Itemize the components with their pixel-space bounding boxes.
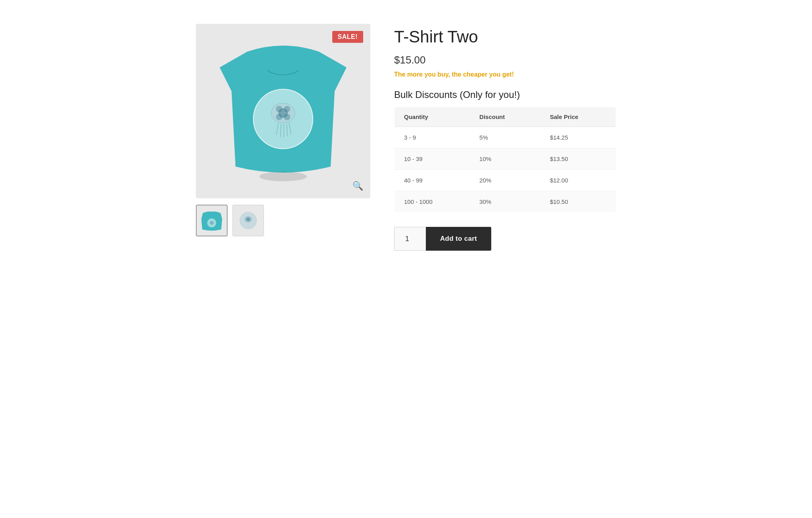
zoom-icon[interactable]: 🔍 [352, 181, 363, 191]
table-cell-sale_price: $12.00 [540, 170, 616, 191]
svg-point-14 [276, 114, 282, 120]
thumbnail-1[interactable] [196, 205, 228, 236]
thumbnail-list [196, 205, 370, 236]
table-cell-quantity: 3 - 9 [395, 127, 470, 148]
quantity-input[interactable] [394, 227, 426, 251]
table-row: 10 - 3910%$13.50 [395, 148, 616, 170]
thumbnail-2[interactable] [232, 205, 264, 236]
add-to-cart-row: Add to cart [394, 227, 616, 251]
table-row: 100 - 100030%$10.50 [395, 191, 616, 213]
sale-badge: SALE! [332, 31, 364, 43]
discount-table: Quantity Discount Sale Price 3 - 95%$14.… [394, 107, 616, 213]
bulk-discounts-title: Bulk Discounts (Only for you!) [394, 89, 616, 100]
table-cell-discount: 5% [470, 127, 540, 148]
tshirt-image [220, 36, 347, 186]
promo-text: The more you buy, the cheaper you get! [394, 71, 616, 78]
col-header-discount: Discount [470, 107, 540, 127]
add-to-cart-button[interactable]: Add to cart [426, 227, 491, 251]
product-info: T-Shirt Two $15.00 The more you buy, the… [394, 24, 616, 251]
table-row: 3 - 95%$14.25 [395, 127, 616, 148]
table-cell-quantity: 40 - 99 [395, 170, 470, 191]
table-cell-sale_price: $10.50 [540, 191, 616, 213]
product-price: $15.00 [394, 54, 616, 66]
main-image: SALE! 🔍 [196, 24, 370, 198]
table-row: 40 - 9920%$12.00 [395, 170, 616, 191]
col-header-quantity: Quantity [395, 107, 470, 127]
table-cell-discount: 10% [470, 148, 540, 170]
table-cell-sale_price: $13.50 [540, 148, 616, 170]
svg-point-18 [210, 221, 214, 225]
table-cell-quantity: 10 - 39 [395, 148, 470, 170]
svg-point-21 [247, 218, 250, 221]
svg-point-12 [276, 106, 282, 112]
col-header-sale-price: Sale Price [540, 107, 616, 127]
table-cell-quantity: 100 - 1000 [395, 191, 470, 213]
product-title: T-Shirt Two [394, 28, 616, 46]
svg-point-15 [284, 114, 290, 120]
svg-point-16 [259, 172, 307, 181]
table-cell-discount: 20% [470, 170, 540, 191]
svg-point-13 [284, 106, 290, 112]
table-cell-sale_price: $14.25 [540, 127, 616, 148]
product-gallery: SALE! 🔍 [196, 24, 370, 251]
table-cell-discount: 30% [470, 191, 540, 213]
product-page: SALE! 🔍 [188, 16, 624, 259]
